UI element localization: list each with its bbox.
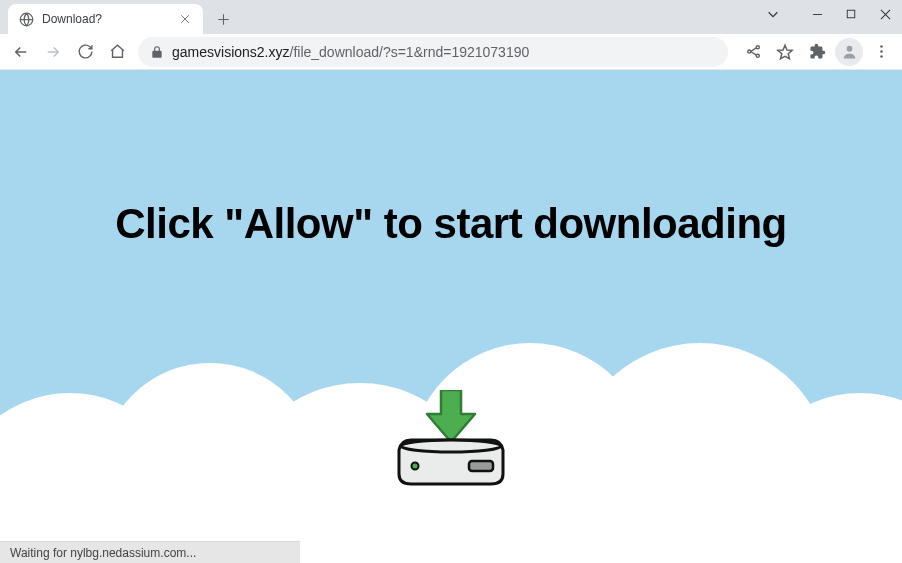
url-host: gamesvisions2.xyz [172, 44, 290, 60]
tab-title: Download? [42, 12, 169, 26]
forward-button[interactable] [38, 37, 68, 67]
svg-point-6 [880, 45, 883, 48]
arrow-down-icon [427, 390, 475, 442]
back-button[interactable] [6, 37, 36, 67]
menu-button[interactable] [866, 37, 896, 67]
titlebar: Download? [0, 0, 902, 34]
browser-tab[interactable]: Download? [8, 4, 203, 34]
close-window-button[interactable] [868, 0, 902, 28]
svg-point-2 [747, 50, 750, 53]
reload-button[interactable] [70, 37, 100, 67]
svg-point-16 [401, 440, 501, 452]
status-text: Waiting for nylbg.nedassium.com... [10, 546, 196, 560]
svg-point-5 [846, 46, 852, 52]
svg-point-17 [412, 463, 419, 470]
status-bar: Waiting for nylbg.nedassium.com... [0, 541, 300, 563]
browser-window: Download? [0, 0, 902, 563]
share-button[interactable] [738, 37, 768, 67]
url-text: gamesvisions2.xyz/file_download/?s=1&rnd… [172, 44, 529, 60]
download-illustration [391, 390, 511, 494]
lock-icon [150, 45, 164, 59]
new-tab-button[interactable] [209, 5, 237, 33]
tab-close-button[interactable] [177, 11, 193, 27]
window-controls [756, 0, 902, 30]
profile-button[interactable] [834, 37, 864, 67]
url-path: /file_download/?s=1&rnd=1921073190 [290, 44, 530, 60]
svg-point-8 [880, 55, 883, 58]
toolbar: gamesvisions2.xyz/file_download/?s=1&rnd… [0, 34, 902, 70]
minimize-button[interactable] [800, 0, 834, 28]
globe-icon [18, 11, 34, 27]
svg-point-4 [756, 54, 759, 57]
hard-drive-icon [399, 440, 503, 484]
toolbar-right [734, 37, 896, 67]
page-content: Click "Allow" to start downloading [0, 70, 902, 563]
svg-rect-18 [469, 461, 493, 471]
maximize-button[interactable] [834, 0, 868, 28]
tab-search-button[interactable] [756, 0, 790, 28]
person-icon [835, 38, 863, 66]
address-bar[interactable]: gamesvisions2.xyz/file_download/?s=1&rnd… [138, 37, 728, 67]
home-button[interactable] [102, 37, 132, 67]
svg-point-7 [880, 50, 883, 53]
svg-rect-1 [847, 10, 855, 18]
page-headline: Click "Allow" to start downloading [0, 200, 902, 248]
svg-point-3 [756, 46, 759, 49]
extensions-button[interactable] [802, 37, 832, 67]
bookmark-button[interactable] [770, 37, 800, 67]
